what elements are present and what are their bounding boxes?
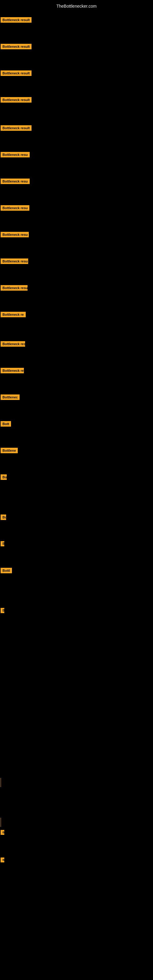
- bottleneck-badge-12[interactable]: Bottleneck re: [1, 312, 26, 317]
- bottleneck-badge-13[interactable]: Bottleneck res: [1, 341, 25, 347]
- bottleneck-badge-8[interactable]: Bottleneck resu: [1, 205, 29, 211]
- bottleneck-badge-6[interactable]: Bottleneck resu: [1, 152, 30, 158]
- bottleneck-badge-20[interactable]: B: [1, 541, 4, 546]
- bottleneck-badge-5[interactable]: Bottleneck result: [1, 125, 32, 131]
- bottleneck-badge-14[interactable]: Bottleneck re: [1, 368, 24, 373]
- bottleneck-badge-18[interactable]: Bo: [1, 474, 7, 480]
- site-title: TheBottlenecker.com: [0, 1, 153, 11]
- bottleneck-badge-9[interactable]: Bottleneck resu: [1, 232, 29, 237]
- bottleneck-badge-22[interactable]: B: [1, 608, 4, 613]
- bottleneck-badge-24[interactable]: B: [1, 858, 4, 862]
- bottleneck-badge-21[interactable]: Bottl: [1, 568, 12, 573]
- bottleneck-badge-16[interactable]: Bott: [1, 421, 11, 426]
- bottleneck-badge-1[interactable]: Bottleneck result: [1, 17, 32, 23]
- bottleneck-badge-23[interactable]: B: [1, 830, 4, 835]
- bottleneck-badge-11[interactable]: Bottleneck resu: [1, 285, 27, 291]
- bottleneck-badge-2[interactable]: Bottleneck result: [1, 44, 32, 49]
- bottleneck-badge-15[interactable]: Bottlenec: [1, 395, 19, 400]
- bottleneck-badge-7[interactable]: Bottleneck resu: [1, 178, 30, 184]
- bottleneck-badge-10[interactable]: Bottleneck resu: [1, 258, 28, 264]
- bottleneck-badge-4[interactable]: Bottleneck result: [1, 97, 32, 103]
- bottleneck-badge-17[interactable]: Bottlene: [1, 448, 18, 453]
- bottleneck-badge-3[interactable]: Bottleneck result: [1, 70, 32, 76]
- bottleneck-badge-19[interactable]: Bo: [1, 514, 6, 520]
